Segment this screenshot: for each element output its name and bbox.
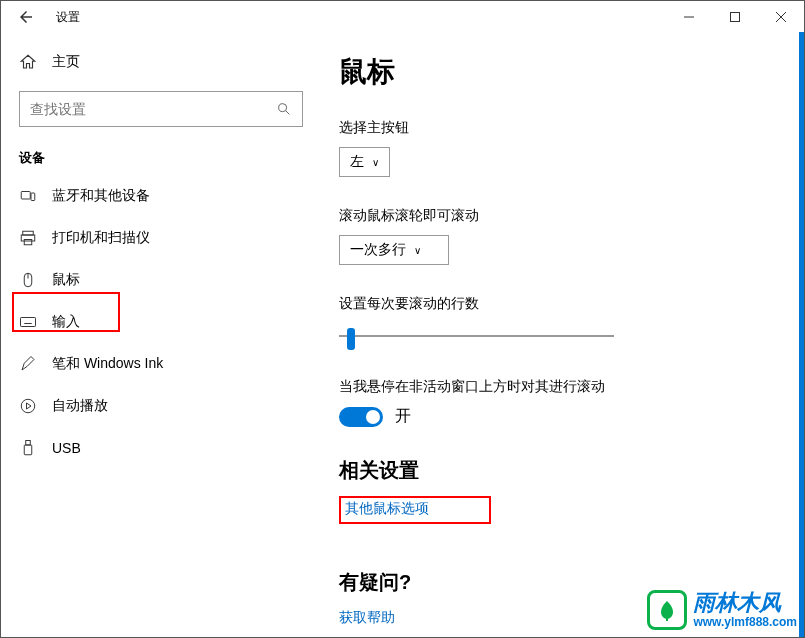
back-arrow-icon — [17, 8, 35, 26]
window-title: 设置 — [56, 9, 80, 26]
close-icon — [776, 12, 786, 22]
sidebar-item-bluetooth[interactable]: 蓝牙和其他设备 — [1, 175, 321, 217]
sidebar-item-mouse[interactable]: 鼠标 — [1, 259, 321, 301]
get-help-link[interactable]: 获取帮助 — [339, 609, 395, 627]
additional-mouse-options-link[interactable]: 其他鼠标选项 — [339, 496, 491, 524]
minimize-icon — [684, 12, 694, 22]
sidebar-item-pen[interactable]: 笔和 Windows Ink — [1, 343, 321, 385]
window-controls — [666, 1, 804, 33]
home-icon — [19, 53, 37, 71]
watermark-url: www.ylmf888.com — [693, 616, 797, 629]
watermark: 雨林木风 www.ylmf888.com — [647, 590, 797, 630]
scroll-wheel-select[interactable]: 一次多行 ∨ — [339, 235, 449, 265]
chevron-down-icon: ∨ — [414, 245, 421, 256]
slider-track — [339, 335, 614, 337]
lines-label: 设置每次要滚动的行数 — [339, 295, 804, 313]
home-label: 主页 — [52, 53, 80, 71]
select-value: 左 — [350, 153, 364, 171]
nav-label: 鼠标 — [52, 271, 80, 289]
nav-label: 蓝牙和其他设备 — [52, 187, 150, 205]
watermark-logo-icon — [647, 590, 687, 630]
autoplay-icon — [19, 397, 37, 415]
chevron-down-icon: ∨ — [372, 157, 379, 168]
inactive-hover-label: 当我悬停在非活动窗口上方时对其进行滚动 — [339, 378, 804, 396]
maximize-button[interactable] — [712, 1, 758, 33]
watermark-cn: 雨林木风 — [693, 591, 797, 615]
keyboard-icon — [19, 313, 37, 331]
svg-rect-21 — [24, 445, 32, 455]
printer-icon — [19, 229, 37, 247]
primary-button-select[interactable]: 左 ∨ — [339, 147, 390, 177]
svg-rect-7 — [31, 193, 35, 201]
nav-label: 输入 — [52, 313, 80, 331]
pen-icon — [19, 355, 37, 373]
scrollbar[interactable] — [799, 32, 804, 637]
svg-rect-22 — [666, 616, 668, 621]
svg-rect-20 — [26, 441, 31, 446]
nav-label: 打印机和扫描仪 — [52, 229, 150, 247]
usb-icon — [19, 439, 37, 457]
home-link[interactable]: 主页 — [1, 43, 321, 81]
toggle-state-label: 开 — [395, 406, 411, 427]
svg-rect-9 — [21, 235, 35, 241]
nav-label: 笔和 Windows Ink — [52, 355, 163, 373]
select-value: 一次多行 — [350, 241, 406, 259]
svg-rect-1 — [731, 13, 740, 22]
sidebar-item-autoplay[interactable]: 自动播放 — [1, 385, 321, 427]
svg-line-5 — [286, 111, 290, 115]
svg-rect-8 — [23, 231, 34, 235]
scroll-wheel-label: 滚动鼠标滚轮即可滚动 — [339, 207, 804, 225]
mouse-icon — [19, 271, 37, 289]
category-header: 设备 — [1, 137, 321, 175]
search-input[interactable] — [30, 101, 276, 117]
svg-point-4 — [279, 104, 287, 112]
svg-rect-10 — [24, 240, 32, 245]
nav-label: USB — [52, 440, 81, 456]
related-settings-header: 相关设置 — [339, 457, 804, 484]
maximize-icon — [730, 12, 740, 22]
search-input-container[interactable] — [19, 91, 303, 127]
svg-rect-6 — [21, 192, 30, 200]
search-icon — [276, 101, 292, 117]
sidebar-item-printers[interactable]: 打印机和扫描仪 — [1, 217, 321, 259]
sidebar-item-usb[interactable]: USB — [1, 427, 321, 469]
nav-label: 自动播放 — [52, 397, 108, 415]
back-button[interactable] — [6, 1, 46, 33]
sidebar: 主页 设备 蓝牙和其他设备 打印机和扫描仪 鼠标 输入 — [1, 33, 321, 637]
svg-rect-13 — [21, 318, 36, 327]
devices-icon — [19, 187, 37, 205]
page-title: 鼠标 — [339, 53, 804, 91]
primary-button-label: 选择主按钮 — [339, 119, 804, 137]
content-area: 鼠标 选择主按钮 左 ∨ 滚动鼠标滚轮即可滚动 一次多行 ∨ 设置每次要滚动的行… — [321, 33, 804, 637]
inactive-hover-toggle[interactable] — [339, 407, 383, 427]
svg-point-19 — [21, 399, 35, 413]
close-button[interactable] — [758, 1, 804, 33]
lines-slider[interactable] — [339, 323, 614, 353]
sidebar-item-typing[interactable]: 输入 — [1, 301, 321, 343]
titlebar: 设置 — [1, 1, 804, 33]
toggle-knob — [366, 410, 380, 424]
minimize-button[interactable] — [666, 1, 712, 33]
slider-thumb[interactable] — [347, 328, 355, 350]
